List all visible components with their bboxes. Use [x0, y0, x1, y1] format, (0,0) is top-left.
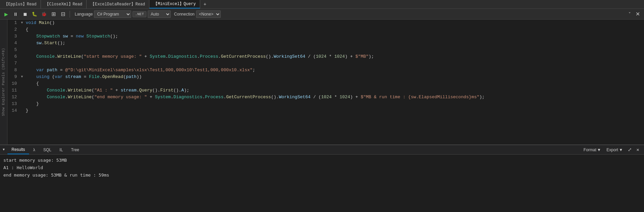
tab-exceldatareader[interactable]: 【ExcelDataReader】Read	[87, 0, 149, 8]
line-numbers: 1 2 3 4 5 6 7 8 9 10 11 12 13 14	[7, 20, 20, 144]
tab-tree[interactable]: Tree	[67, 145, 83, 154]
line-num-2: 2	[10, 26, 17, 33]
expand-icon[interactable]: ⤢	[626, 146, 633, 153]
code-line-5	[21, 47, 644, 53]
toolbar-close-button[interactable]: ✕	[634, 10, 642, 18]
connection-select[interactable]: <None>	[196, 10, 221, 18]
bottom-panel: ▼ Results λ SQL IL Tree Format ▼ Export …	[0, 144, 644, 212]
auto-select[interactable]: Auto .NET 6 .NET 5	[148, 10, 171, 18]
line-num-9: 9	[10, 74, 17, 80]
tab-miniexcel[interactable]: 【MiniExcel】Query	[149, 0, 200, 8]
line-num-13: 13	[10, 101, 17, 107]
tab-bar: 【Epplus】Read 【CloseXml】Read 【ExcelDataRe…	[0, 0, 644, 9]
left-sidebar[interactable]: Show Explorer Panels (Shift+F8)	[0, 20, 7, 144]
bottom-close-button[interactable]: ✕	[635, 146, 641, 153]
line-num-10: 10	[10, 80, 17, 87]
tab-add-button[interactable]: +	[200, 1, 210, 8]
code-line-4: sw . Start ();	[21, 40, 644, 47]
code-line-3: Stopwatch sw = new Stopwatch ();	[21, 33, 644, 40]
debug2-button[interactable]: 🐞	[40, 10, 48, 18]
tab-lambda[interactable]: λ	[29, 145, 39, 154]
language-select[interactable]: C# Program C# Statements VB Program SQL	[94, 10, 131, 18]
code-line-13: }	[21, 101, 644, 107]
toolbar-sep-1	[70, 11, 70, 18]
pause-button[interactable]: ⏸	[11, 10, 20, 18]
line-num-3: 3	[10, 33, 17, 40]
language-label: Language	[75, 12, 93, 17]
dotnet-badge: .NET	[133, 11, 146, 17]
code-line-6: Console . WriteLine ( "start memory usag…	[21, 53, 644, 60]
code-line-11: Console . WriteLine ( "A1 : " + stream .…	[21, 87, 644, 94]
tab-results[interactable]: Results	[7, 145, 29, 154]
editor-area: Show Explorer Panels (Shift+F8) 1 2 3 4 …	[0, 20, 644, 144]
connection-label: Connection	[174, 12, 195, 17]
export-button[interactable]: Export ▼	[604, 147, 625, 153]
code-line-9: ▼ using ( var stream = File . OpenRead (…	[21, 74, 644, 80]
grid2-button[interactable]: ⊟	[59, 10, 67, 18]
line-num-6: 6	[10, 53, 17, 60]
sidebar-label: Show Explorer Panels (Shift+F8)	[2, 48, 5, 116]
tab-il[interactable]: IL	[55, 145, 67, 154]
output-line-2: A1 : HelloWorld	[3, 164, 641, 171]
grid1-button[interactable]: ⊞	[49, 10, 57, 18]
bottom-toolbar-right: Format ▼ Export ▼ ⤢ ✕	[581, 146, 641, 153]
bottom-panel-arrow[interactable]: ▼	[3, 148, 5, 152]
format-button[interactable]: Format ▼	[581, 147, 603, 153]
line-num-12: 12	[10, 94, 17, 101]
code-line-8: var path = @"D:\git\MiniExcel\samples\xl…	[21, 67, 644, 74]
line-num-4: 4	[10, 40, 17, 47]
code-editor[interactable]: 1 2 3 4 5 6 7 8 9 10 11 12 13 14 ▼ void …	[7, 20, 644, 144]
tab-closexml[interactable]: 【CloseXml】Read	[41, 0, 87, 8]
code-line-10: {	[21, 80, 644, 87]
code-lines: ▼ void Main() { Stopwatch sw = ne	[20, 20, 644, 144]
code-line-14: }	[21, 107, 644, 114]
play-button[interactable]: ▶	[2, 10, 10, 18]
toolbar-chevron-button[interactable]: ˅	[627, 11, 632, 18]
stop-button[interactable]: ⏹	[21, 10, 29, 18]
line-num-1: 1	[10, 20, 17, 26]
output-line-1: start memory usage: 53MB	[3, 157, 641, 164]
code-line-1: ▼ void Main()	[21, 20, 644, 26]
line-num-8: 8	[10, 67, 17, 74]
code-line-2: {	[21, 26, 644, 33]
line-num-5: 5	[10, 47, 17, 53]
tab-epplus[interactable]: 【Epplus】Read	[0, 0, 41, 8]
bottom-tab-bar: ▼ Results λ SQL IL Tree Format ▼ Export …	[0, 145, 644, 155]
debug1-button[interactable]: 🐛	[30, 10, 39, 18]
bottom-output: start memory usage: 53MB A1 : HelloWorld…	[0, 155, 644, 212]
line-num-14: 14	[10, 107, 17, 114]
collapse-icon-1[interactable]: ▼	[21, 20, 26, 26]
code-line-12: Console . WriteLine ( "end memory usage:…	[21, 94, 644, 101]
collapse-icon-9[interactable]: ▼	[21, 74, 26, 80]
line-num-7: 7	[10, 60, 17, 67]
line-num-11: 11	[10, 87, 17, 94]
tab-sql[interactable]: SQL	[39, 145, 55, 154]
code-line-7	[21, 60, 644, 67]
output-line-3: end memory usage: 53MB & run time : 59ms	[3, 171, 641, 179]
toolbar: ▶ ⏸ ⏹ 🐛 🐞 ⊞ ⊟ Language C# Program C# Sta…	[0, 9, 644, 20]
code-container: 1 2 3 4 5 6 7 8 9 10 11 12 13 14 ▼ void …	[7, 20, 644, 144]
